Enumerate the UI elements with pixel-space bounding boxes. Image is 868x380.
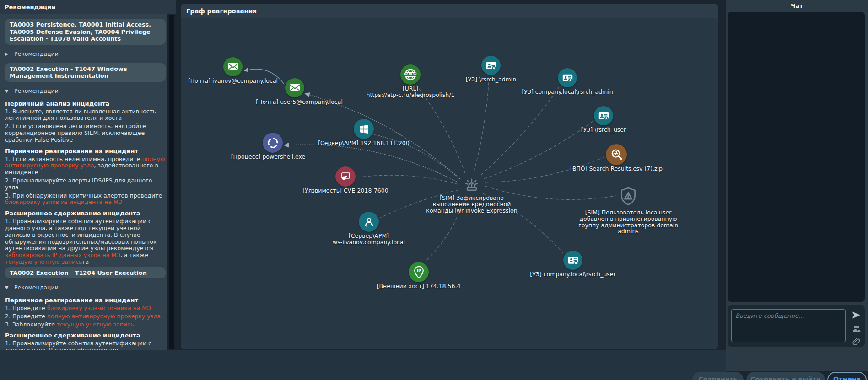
pin-icon: IP bbox=[409, 262, 429, 282]
action-link[interactable]: текущую учетную запись bbox=[5, 258, 82, 265]
text-segment: , а также bbox=[120, 252, 148, 258]
text-segment: 3. При обнаружении критичных алертов про… bbox=[5, 192, 162, 199]
chat-message-input[interactable] bbox=[731, 309, 846, 342]
process-icon bbox=[263, 133, 283, 153]
text-segment: 2. Если установлена легитимность, настро… bbox=[5, 123, 146, 143]
chat-history[interactable] bbox=[728, 12, 865, 302]
mail-icon bbox=[285, 78, 304, 97]
chevron-right-icon: ▶ bbox=[5, 51, 10, 58]
account-icon bbox=[558, 68, 577, 87]
graph-node-label: [УЗ] company.local\rsrch_admin bbox=[522, 89, 613, 95]
malware-icon bbox=[606, 144, 627, 165]
toggle-label: Рекомендации bbox=[14, 51, 59, 58]
label-line: [Уязвимость] CVE-2018-7600 bbox=[302, 187, 388, 194]
recommendation-text: 2. Если установлена легитимность, настро… bbox=[5, 123, 166, 143]
text-segment: 2. Проведите bbox=[5, 313, 47, 320]
response-graph-panel: Граф реагирования [Почта] ivanov@company… bbox=[181, 4, 718, 349]
action-link[interactable]: заблокировать IP данных узлов на МЭ bbox=[5, 252, 120, 258]
graph-node-label: [Сервер\АРМ] 192.168.111.200 bbox=[318, 140, 410, 146]
chat-input-area bbox=[728, 305, 865, 347]
chat-panel: Чат bbox=[726, 0, 868, 371]
label-line: группу администраторов domain bbox=[578, 222, 678, 229]
action-link[interactable]: текущую учетную запись bbox=[57, 321, 134, 328]
label-line: [Почта] ivanov@company.local bbox=[188, 78, 278, 84]
recommendation-text: 3. Заблокируйте текущую учетную запись bbox=[5, 321, 166, 328]
action-link[interactable]: блокировку узлов из инцидента на МЭ bbox=[5, 198, 122, 205]
label-line: ws-iivanov.company.local bbox=[333, 239, 405, 246]
text-segment: 2. Проанализируйте алерты IDS/IPS для да… bbox=[5, 177, 152, 191]
recommendation-text: 1. Если активность нелегитимна, проведит… bbox=[5, 156, 166, 176]
graph-edge bbox=[481, 87, 559, 175]
toggle-label: Рекомендации bbox=[14, 88, 59, 95]
label-line: [SIM] Зафиксировано bbox=[426, 195, 517, 201]
account-icon bbox=[594, 106, 613, 125]
attach-icon[interactable] bbox=[851, 337, 861, 347]
label-line: [Внешний хост] 174.18.56.4 bbox=[377, 283, 461, 289]
graph-edge bbox=[474, 78, 489, 172]
recommendations-toggle[interactable]: ▼Рекомендации bbox=[5, 284, 166, 291]
recommendation-text: 3. При обнаружении критичных алертов про… bbox=[5, 193, 166, 206]
technique-card[interactable]: TA0003 Persistence, TA0001 Initial Acces… bbox=[5, 19, 166, 45]
label-line: [УЗ] \rsrch_admin bbox=[466, 76, 516, 83]
graph-node-label: [УЗ] \rsrch_admin bbox=[466, 76, 516, 83]
label-line: добавлен в привилегированную bbox=[578, 216, 678, 222]
graph-node-label: [SIM] Зафиксировановыполнение вредоносно… bbox=[426, 195, 517, 214]
save-button[interactable]: Сохранить bbox=[692, 372, 744, 380]
scrollbar-thumb[interactable] bbox=[169, 15, 174, 349]
label-line: [URL] bbox=[367, 86, 455, 92]
label-line: [Процесс] powershell.exe bbox=[231, 154, 306, 160]
users-icon[interactable] bbox=[851, 323, 861, 333]
graph-edge bbox=[358, 175, 458, 184]
recommendation-heading: Первичное реагирование на инцидент bbox=[5, 297, 166, 304]
recommendation-text: 1. Проанализируйте события аутентификаци… bbox=[5, 340, 166, 350]
graph-edge bbox=[416, 86, 465, 173]
label-line: [Сервер\АРМ] 192.168.111.200 bbox=[318, 140, 410, 146]
response-graph-title: Граф реагирования bbox=[181, 4, 718, 18]
recommendations-list: TA0003 Persistence, TA0001 Initial Acces… bbox=[0, 14, 167, 350]
label-line: [УЗ] company.local\rsrch_user bbox=[530, 271, 615, 278]
label-line: [SIM] Пользователь localuser bbox=[578, 209, 678, 216]
graph-edge bbox=[306, 94, 460, 179]
graph-edge bbox=[285, 145, 458, 182]
recommendation-heading: Расширенное сдерживание инцидента bbox=[5, 210, 166, 217]
recommendation-text: 2. Проанализируйте алерты IDS/IPS для да… bbox=[5, 177, 166, 191]
graph-node-label: [ВПО] Search Results.csv (7).zip bbox=[570, 166, 663, 172]
label-line: [УЗ] company.local\rsrch_admin bbox=[522, 89, 613, 95]
recommendation-text: 1. Проведите блокировку узла-источника н… bbox=[5, 305, 166, 312]
recommendation-text: 1. Проанализируйте события аутентификаци… bbox=[5, 218, 166, 266]
chat-title: Чат bbox=[726, 0, 868, 12]
label-line: [УЗ] \rsrch_user bbox=[581, 127, 626, 133]
recommendation-heading: Расширенное сдерживание инцидента bbox=[5, 332, 166, 339]
graph-node-label: [URL]https://atp-c.ru/alegrospolish/1 bbox=[367, 86, 455, 98]
graph-node-label: [Внешний хост] 174.18.56.4 bbox=[377, 283, 461, 289]
recommendations-toggle[interactable]: ▶Рекомендации bbox=[5, 51, 166, 58]
action-link[interactable]: полную антивирусную проверку узла bbox=[47, 313, 161, 320]
dialog-footer bbox=[0, 350, 726, 380]
cancel-button[interactable]: Отмена bbox=[827, 372, 867, 380]
url-icon: W W W bbox=[400, 64, 421, 85]
svg-text:IP: IP bbox=[416, 268, 421, 273]
technique-card[interactable]: TA0002 Execution - T1204 User Execution bbox=[5, 267, 166, 279]
windows-icon bbox=[354, 119, 374, 139]
recommendation-text: 1. Выясните, является ли выявленная акти… bbox=[5, 108, 166, 122]
save-and-exit-button[interactable]: Сохранить и выйти bbox=[746, 372, 825, 380]
text-segment: 1. Выясните, является ли выявленная акти… bbox=[5, 108, 156, 122]
text-segment: 1. Проведите bbox=[5, 305, 47, 311]
text-segment: 1. Если активность нелегитимна, проведит… bbox=[5, 155, 142, 162]
mail-icon bbox=[223, 57, 243, 76]
action-link[interactable]: блокировку узла-источника на МЭ bbox=[47, 305, 151, 311]
recommendations-scrollbar[interactable] bbox=[167, 14, 176, 350]
label-line: выполнение вредоносной bbox=[426, 201, 517, 208]
send-icon[interactable] bbox=[851, 310, 861, 320]
account-icon bbox=[563, 251, 582, 270]
chevron-down-icon: ▼ bbox=[5, 284, 10, 291]
recommendations-toggle[interactable]: ▼Рекомендации bbox=[5, 88, 166, 95]
text-segment: 3. Заблокируйте bbox=[5, 321, 57, 328]
graph-node-label: [Процесс] powershell.exe bbox=[231, 154, 306, 160]
vuln-icon bbox=[335, 166, 356, 187]
recommendation-heading: Первичный анализ инцидента bbox=[5, 100, 166, 107]
text-segment: та bbox=[82, 258, 89, 265]
technique-card[interactable]: TA0002 Execution - T1047 Windows Managem… bbox=[5, 63, 166, 82]
graph-node-label: [Уязвимость] CVE-2018-7600 bbox=[302, 187, 388, 194]
workstation-icon bbox=[359, 212, 379, 232]
